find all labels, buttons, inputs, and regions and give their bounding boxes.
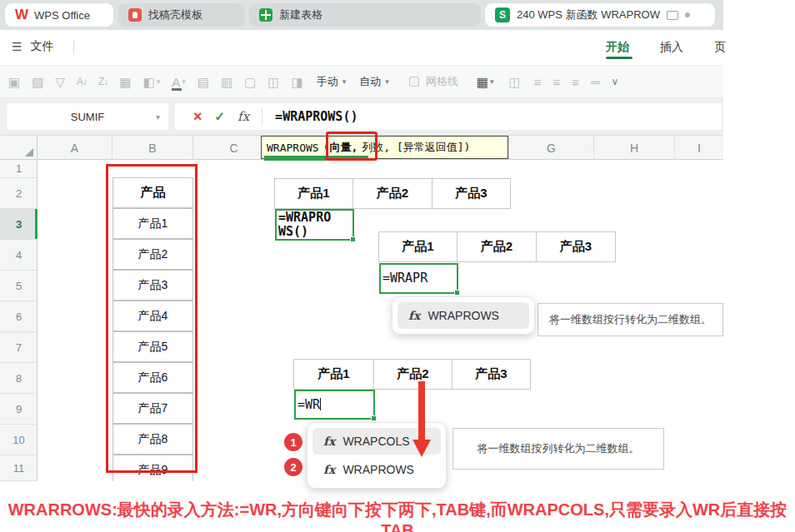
- fill-handle[interactable]: [371, 415, 377, 421]
- fx-icon: fx: [323, 463, 335, 476]
- align-right-icon[interactable]: ≡: [572, 76, 579, 88]
- paste-values-icon[interactable]: ▣: [8, 76, 20, 88]
- tab-docer-templates[interactable]: 找稿壳模板: [118, 3, 245, 27]
- row-header-11[interactable]: 11: [0, 455, 38, 481]
- sort-desc-icon[interactable]: Z↓: [98, 77, 108, 87]
- formula-input-area: × ✓ fx =WRAPROWS(): [175, 103, 722, 130]
- description-by-col: 将一维数组按列转化为二维数组。: [452, 428, 664, 470]
- borders-dropdown-icon[interactable]: ▦: [477, 76, 488, 88]
- sort-asc-icon[interactable]: A↓: [77, 77, 87, 87]
- merge-cells-icon[interactable]: ◫: [508, 76, 520, 88]
- col-header-b[interactable]: B: [112, 136, 193, 160]
- hint-function-name: WRAPROWS: [267, 142, 319, 154]
- more-chevron-icon[interactable]: ∨: [612, 77, 619, 87]
- menu-insert[interactable]: 插入: [660, 40, 683, 55]
- select-all-corner[interactable]: [0, 136, 38, 160]
- col-header-i[interactable]: I: [675, 136, 723, 160]
- example2-header-cell: 产品1: [378, 231, 458, 262]
- fill-handle[interactable]: [454, 290, 460, 296]
- font-color-caret-icon[interactable]: ▾: [182, 77, 186, 86]
- cancel-entry-button[interactable]: ×: [193, 108, 202, 126]
- example1-editing-cell[interactable]: =WRAPRO WS(): [275, 209, 354, 241]
- row-header-10[interactable]: 10: [0, 425, 38, 455]
- col-header-g[interactable]: G: [508, 136, 594, 160]
- insert-function-button[interactable]: fx: [238, 109, 249, 124]
- suggestion-wraprows[interactable]: fx WRAPROWS: [398, 302, 529, 329]
- filter-icon[interactable]: ▽: [55, 76, 65, 88]
- step-badge-1: 1: [284, 433, 302, 451]
- menu-home[interactable]: 开始: [606, 40, 629, 55]
- menu-page[interactable]: 页: [714, 40, 726, 55]
- row-header-strip: 1 2 3 4 5 6 7 8 9 10 11: [0, 160, 38, 481]
- red-range-annotation: [106, 164, 198, 473]
- format-painter-icon[interactable]: ▨: [32, 76, 43, 88]
- name-box[interactable]: SUMIF ▾: [7, 103, 168, 130]
- fx-icon: fx: [408, 309, 420, 322]
- align-center-icon[interactable]: ≡: [552, 76, 560, 88]
- gridlines-checkbox[interactable]: [409, 77, 419, 87]
- row-header-2[interactable]: 2: [0, 178, 38, 209]
- col-header-a[interactable]: A: [38, 136, 112, 160]
- step-badge-2: 2: [284, 458, 302, 476]
- fill-handle[interactable]: [350, 236, 356, 242]
- manual-caret-icon: ▾: [342, 77, 347, 86]
- row-header-4[interactable]: 4: [0, 240, 38, 271]
- autocomplete-card-single: fx WRAPROWS: [392, 296, 535, 335]
- gridlines-label: 网格线: [426, 74, 458, 89]
- borders-caret-icon[interactable]: ▾: [490, 77, 494, 86]
- spreadsheet-icon: [259, 8, 272, 22]
- example3-header-cell: 产品1: [293, 359, 374, 390]
- toolbar: ▣ ▨ ▽ A↓ Z↓ ▦ ◧ ▾ A ▾ ▤ ▥ ▢ ◫ ◨ 手动 ▾ 自动 …: [0, 65, 723, 98]
- row-header-6[interactable]: 6: [0, 301, 38, 332]
- confirm-entry-button[interactable]: ✓: [215, 109, 226, 124]
- manual-calc-dropdown[interactable]: 手动 ▾: [317, 74, 347, 89]
- unsaved-dot-icon: [685, 12, 690, 17]
- align-left-icon[interactable]: ≡: [534, 76, 542, 88]
- description-by-row: 将一维数组按行转化为二维数组。: [538, 303, 723, 336]
- formula-bar: SUMIF ▾ × ✓ fx =WRAPROWS(): [0, 98, 723, 135]
- example2-editing-cell[interactable]: =WRAPR: [379, 263, 458, 294]
- fill-color-caret-icon[interactable]: ▾: [157, 77, 161, 86]
- suggestion-wraprows-2[interactable]: fx WRAPROWS: [312, 456, 441, 483]
- menu-file[interactable]: 文件: [31, 39, 54, 54]
- hamburger-icon[interactable]: ☰: [12, 40, 22, 53]
- border-style-icon[interactable]: ═: [591, 76, 600, 88]
- row-header-9[interactable]: 9: [0, 394, 38, 425]
- borders-icon[interactable]: ▦: [119, 76, 131, 88]
- sheet-s-icon: S: [495, 7, 510, 22]
- shrink-text-icon[interactable]: ▢: [244, 76, 256, 88]
- example3-editing-cell[interactable]: =WR: [294, 390, 375, 420]
- row-header-5[interactable]: 5: [0, 271, 38, 301]
- col-header-h[interactable]: H: [594, 136, 675, 160]
- window-tab-bar: W WPS Office 找稿壳模板 新建表格 S 240 WPS 新函数 WR…: [0, 0, 723, 30]
- name-box-value: SUMIF: [71, 111, 104, 123]
- gridlines-toggle[interactable]: 网格线: [409, 74, 458, 89]
- manual-label: 手动: [317, 74, 338, 89]
- wps-logo-icon: W: [15, 7, 28, 23]
- row-height-icon[interactable]: ▤: [198, 76, 209, 88]
- divider: [73, 40, 74, 55]
- formula-text-line1: =WRAPRO: [278, 211, 351, 225]
- fill-color-icon[interactable]: ◧: [142, 76, 154, 88]
- example1-table: 产品1 产品2 产品3: [275, 178, 511, 209]
- distribute-icon[interactable]: ▥: [221, 76, 232, 88]
- tab-active-document[interactable]: S 240 WPS 新函数 WRAPROW: [485, 3, 715, 27]
- tab-wps-office[interactable]: W WPS Office: [5, 3, 113, 27]
- row-header-7[interactable]: 7: [0, 332, 38, 363]
- menu-home-underline: [606, 57, 632, 59]
- example1-header-cell: 产品3: [432, 178, 511, 209]
- font-color-icon[interactable]: A: [172, 76, 180, 88]
- tab-label: 找稿壳模板: [148, 7, 202, 22]
- formula-input[interactable]: =WRAPROWS(): [275, 109, 358, 124]
- tab-label: 240 WPS 新函数 WRAPROW: [517, 7, 660, 22]
- auto-calc-dropdown[interactable]: 自动 ▾: [359, 74, 389, 89]
- row-header-3-selected[interactable]: 3: [0, 209, 38, 240]
- name-box-caret-icon[interactable]: ▾: [156, 112, 160, 122]
- merge-split-icon[interactable]: ◨: [291, 76, 302, 88]
- tab-new-sheet[interactable]: 新建表格: [249, 3, 481, 27]
- row-header-1[interactable]: 1: [0, 160, 38, 178]
- tab-label: WPS Office: [34, 9, 90, 22]
- wrap-text-icon[interactable]: ◫: [268, 76, 279, 88]
- font-color-letter: A: [172, 76, 180, 88]
- row-header-8[interactable]: 8: [0, 363, 38, 394]
